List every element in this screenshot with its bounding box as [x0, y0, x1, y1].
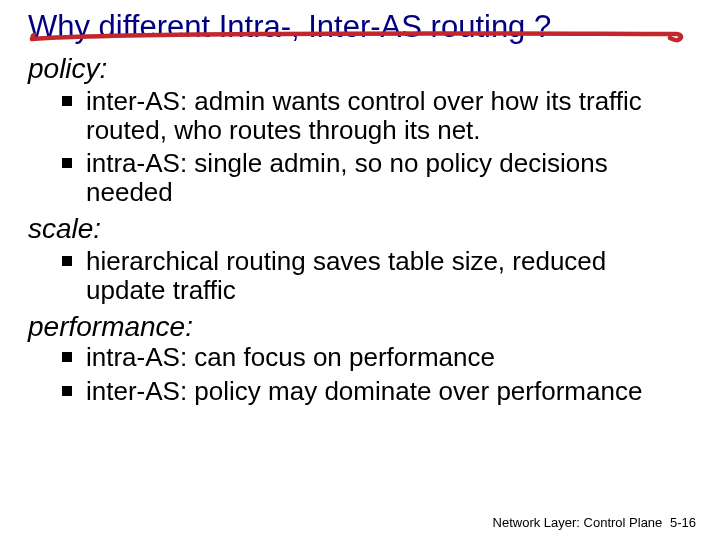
list-item: intra-AS: can focus on performance [62, 343, 692, 372]
slide-footer: Network Layer: Control Plane 5-16 [493, 515, 696, 530]
footer-page: 5-16 [670, 515, 696, 530]
hand-underline-icon [28, 25, 688, 47]
section-heading-policy: policy: [28, 53, 692, 85]
title-underline-annotation [28, 25, 692, 47]
footer-chapter: Network Layer: Control Plane [493, 515, 663, 530]
performance-list: intra-AS: can focus on performance inter… [28, 343, 692, 405]
scale-list: hierarchical routing saves table size, r… [28, 247, 692, 305]
slide: Why different Intra-, Inter-AS routing ?… [0, 0, 720, 540]
section-heading-scale: scale: [28, 213, 692, 245]
policy-list: inter-AS: admin wants control over how i… [28, 87, 692, 207]
list-item: inter-AS: policy may dominate over perfo… [62, 377, 692, 406]
section-heading-performance: performance: [28, 311, 692, 343]
list-item: intra-AS: single admin, so no policy dec… [62, 149, 692, 207]
list-item: inter-AS: admin wants control over how i… [62, 87, 692, 145]
list-item: hierarchical routing saves table size, r… [62, 247, 692, 305]
